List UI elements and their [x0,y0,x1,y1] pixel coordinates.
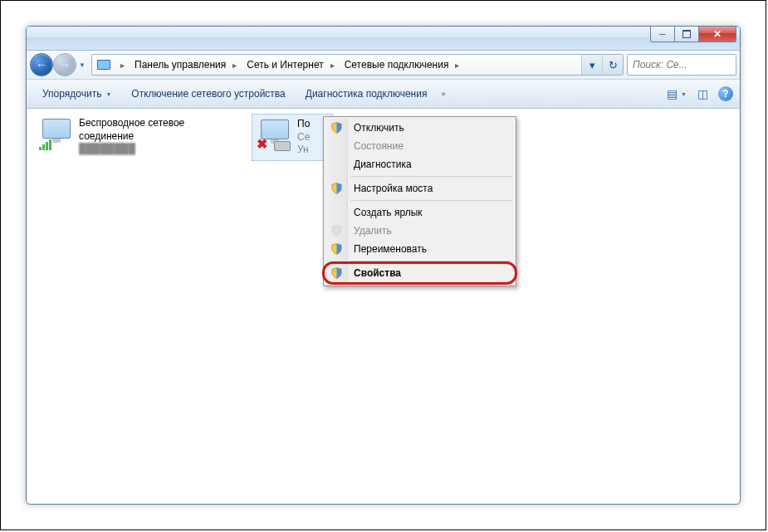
context-item-rename[interactable]: Переименовать [325,240,514,258]
context-item-label: Состояние [354,140,404,152]
context-item-label: Отключить [354,122,404,134]
context-item-status: Состояние [325,137,514,155]
context-menu-separator [350,176,512,177]
chevron-down-icon: ▼ [105,91,111,97]
context-menu-separator [350,261,512,261]
navigation-bar: ← → ▼ ▸ Панель управления ▸ Сеть и Интер… [27,51,740,80]
context-item-label: Свойства [354,267,401,279]
forward-button[interactable]: → [53,53,76,76]
view-options-button[interactable]: ▤ ▼ [664,87,687,100]
organize-label: Упорядочить [42,88,101,100]
chevron-down-icon: ▼ [681,91,687,97]
connection-item-wireless[interactable]: Беспроводное сетевое соединение ████████ [34,114,223,159]
organize-button[interactable]: Упорядочить ▼ [33,84,120,104]
toolbar: Упорядочить ▼ Отключение сетевого устрой… [27,80,740,109]
context-item-delete: Удалить [325,222,514,240]
disable-device-button[interactable]: Отключение сетевого устройства [122,84,294,104]
connection-item-lan[interactable]: ✖ По Се Ун [252,114,333,161]
context-menu-separator [350,200,512,201]
context-item-bridge[interactable]: Настройка моста [325,179,514,198]
breadcrumb-control-panel[interactable]: Панель управления [130,55,227,75]
connection-title: Беспроводное сетевое соединение [79,117,220,143]
context-item-shortcut[interactable]: Создать ярлык [325,203,514,222]
connection-line3: Ун [297,144,310,157]
nav-history-dropdown[interactable]: ▼ [76,55,88,75]
maximize-button[interactable] [675,26,699,42]
refresh-button[interactable]: ↻ [602,55,623,75]
chevron-down-icon[interactable]: ▾ [581,55,602,75]
search-input[interactable] [628,59,741,71]
view-icon: ▤ [664,87,679,100]
shield-icon [330,224,343,237]
shield-icon [330,121,343,134]
breadcrumb-arrow-icon[interactable]: ▸ [325,61,340,70]
back-button[interactable]: ← [30,53,53,76]
context-item-diagnose[interactable]: Диагностика [325,155,514,173]
location-icon [95,56,112,73]
breadcrumb-arrow-icon[interactable]: ▸ [227,61,242,70]
explorer-window: ─ ✕ ← → ▼ ▸ Панель управления ▸ Сеть и И… [26,26,741,505]
minimize-button[interactable]: ─ [650,26,675,42]
breadcrumb-network-connections[interactable]: Сетевые подключения [340,55,451,75]
context-menu: Отключить Состояние Диагностика Настройк… [323,116,516,286]
window-titlebar[interactable]: ─ ✕ [27,27,740,51]
context-item-disable[interactable]: Отключить [325,119,514,137]
help-button[interactable]: ? [718,86,733,101]
search-box[interactable]: 🔍 [627,54,736,76]
breadcrumb-arrow-icon[interactable]: ▸ [450,61,464,70]
connection-subtitle: ████████ [79,143,220,156]
breadcrumb-network-internet[interactable]: Сеть и Интернет [242,55,325,75]
shield-icon [330,182,343,195]
wireless-connection-icon [37,117,74,150]
shield-icon [330,266,343,280]
toolbar-overflow-icon[interactable]: » [441,90,445,98]
breadcrumb-arrow-icon[interactable]: ▸ [115,61,130,70]
preview-pane-button[interactable]: ◫ [695,87,710,100]
context-item-properties[interactable]: Свойства [325,264,514,282]
context-item-label: Создать ярлык [354,207,423,218]
address-bar[interactable]: ▸ Панель управления ▸ Сеть и Интернет ▸ … [91,54,624,76]
diagnose-label: Диагностика подключения [306,88,428,100]
disable-device-label: Отключение сетевого устройства [131,88,285,100]
context-item-label: Настройка моста [354,183,433,194]
diagnose-button[interactable]: Диагностика подключения [296,84,437,104]
lan-connection-icon: ✖ [256,118,292,151]
close-button[interactable]: ✕ [699,26,736,42]
context-item-label: Удалить [354,225,392,237]
context-item-label: Диагностика [354,159,412,170]
shield-icon [330,242,343,256]
context-item-label: Переименовать [354,243,427,255]
connection-line2: Се [297,131,310,144]
connection-title: По [297,118,310,131]
